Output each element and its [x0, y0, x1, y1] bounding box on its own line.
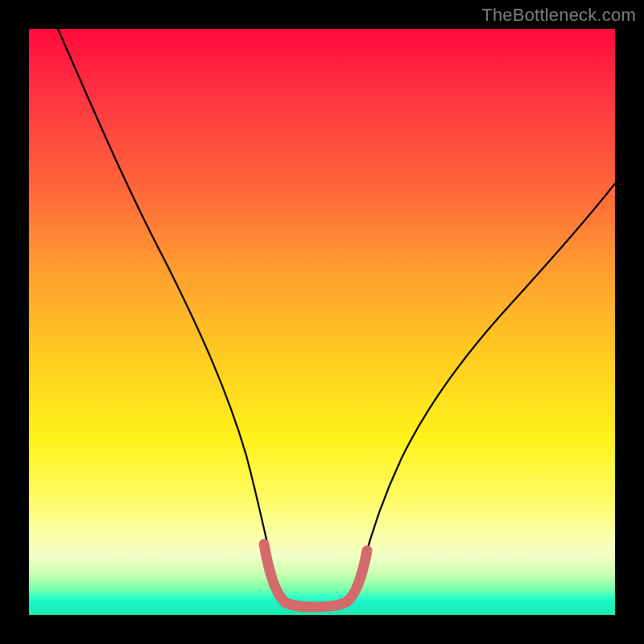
chart-plot-area: [29, 29, 615, 615]
chart-svg: [29, 29, 615, 615]
curve-highlight: [264, 544, 367, 607]
curve-line: [58, 29, 615, 608]
chart-frame: TheBottleneck.com: [0, 0, 644, 644]
watermark-text: TheBottleneck.com: [481, 5, 636, 26]
